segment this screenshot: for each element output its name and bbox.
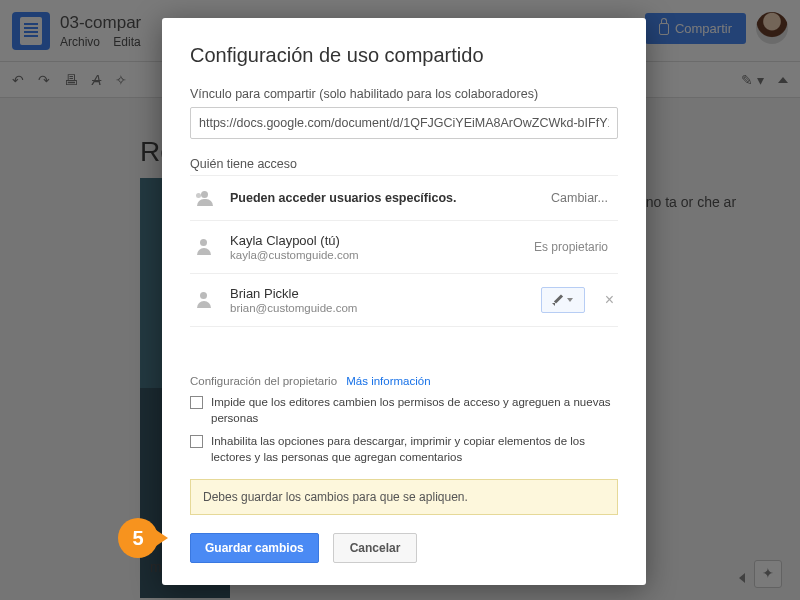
change-access-link[interactable]: Cambiar... [551, 191, 608, 205]
checkbox-label-prevent-editors: Impide que los editores cambien los perm… [211, 395, 618, 426]
person-row-editor: Brian Pickle brian@customguide.com × [190, 274, 618, 327]
owner-settings-label: Configuración del propietario [190, 375, 337, 387]
unsaved-changes-warning: Debes guardar los cambios para que se ap… [190, 479, 618, 515]
people-icon [194, 188, 214, 208]
checkbox-disable-download[interactable] [190, 435, 203, 448]
permission-dropdown[interactable] [541, 287, 585, 313]
checkbox-label-disable-download: Inhabilita las opciones para descargar, … [211, 434, 618, 465]
person-name: Kayla Claypool (tú) [230, 233, 534, 248]
person-name: Brian Pickle [230, 286, 541, 301]
general-access-text: Pueden acceder usuarios específicos. [230, 191, 551, 205]
general-access-row: Pueden acceder usuarios específicos. Cam… [190, 175, 618, 221]
link-section-label: Vínculo para compartir (solo habilitado … [190, 87, 618, 101]
save-button[interactable]: Guardar cambios [190, 533, 319, 563]
person-email: brian@customguide.com [230, 302, 541, 314]
person-email: kayla@customguide.com [230, 249, 534, 261]
person-icon [194, 237, 214, 257]
person-row-owner: Kayla Claypool (tú) kayla@customguide.co… [190, 221, 618, 274]
checkbox-prevent-editors[interactable] [190, 396, 203, 409]
owner-role-label: Es propietario [534, 240, 608, 254]
person-icon [194, 290, 214, 310]
modal-actions: Guardar cambios Cancelar [190, 533, 618, 563]
caret-down-icon [567, 298, 573, 302]
pencil-icon [552, 294, 564, 306]
modal-title: Configuración de uso compartido [190, 44, 618, 67]
access-section-label: Quién tiene acceso [190, 157, 618, 171]
tutorial-step-badge: 5 [118, 518, 158, 558]
sharing-settings-modal: Configuración de uso compartido Vínculo … [162, 18, 646, 585]
remove-person-button[interactable]: × [605, 291, 614, 309]
share-link-input[interactable] [190, 107, 618, 139]
cancel-button[interactable]: Cancelar [333, 533, 418, 563]
more-info-link[interactable]: Más información [346, 375, 430, 387]
owner-settings-section: Configuración del propietario Más inform… [190, 375, 618, 465]
